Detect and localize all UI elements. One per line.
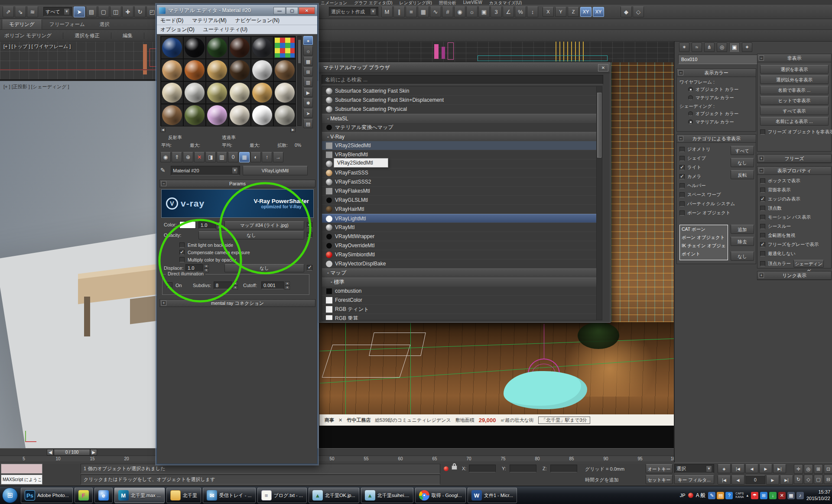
chevron-down-icon[interactable]: ▼: [64, 8, 70, 15]
window-titlebar[interactable]: マテリアル エディタ - Material #20 — ▢ ✕: [157, 5, 317, 16]
make-preview-icon[interactable]: ▶: [303, 88, 313, 97]
checkbox[interactable]: [760, 224, 765, 229]
list-button[interactable]: 除去: [731, 237, 754, 246]
select-by-name-icon[interactable]: ▤: [86, 6, 97, 17]
checkbox-row[interactable]: 全範囲を無視: [757, 231, 831, 240]
browser-item[interactable]: Subsurface Scattering Physical: [322, 105, 597, 114]
zoom-icon[interactable]: ◎: [804, 464, 813, 474]
auto-key-button[interactable]: オートキー: [646, 464, 673, 473]
light-color-swatch[interactable]: [179, 221, 196, 229]
frame-tick[interactable]: 80: [531, 456, 543, 461]
pan-icon[interactable]: ✛: [794, 464, 803, 474]
select-and-rotate-icon[interactable]: ↻: [134, 6, 146, 17]
bone-category-list[interactable]: CAT ボーンボーン オブジェクトIK チェイン オブジェポイント: [679, 225, 728, 260]
render-production-icon[interactable]: ◆: [621, 6, 632, 17]
checkbox-row[interactable]: ヘルパー: [677, 181, 756, 190]
hide-button[interactable]: 名前で非表示 ...: [760, 86, 829, 94]
selection-filter-dropdown[interactable]: すべて▼: [43, 7, 72, 16]
options-icon[interactable]: ✱: [303, 98, 313, 107]
put-to-library-icon[interactable]: ▥: [217, 152, 227, 162]
browser-item[interactable]: combustion: [322, 287, 597, 296]
go-to-parent-icon[interactable]: ↑: [262, 152, 272, 162]
material-sample[interactable]: [251, 104, 273, 126]
radio-row[interactable]: オブジェクト カラー: [677, 85, 756, 94]
taskbar-chrome[interactable]: 取得 - Googl...: [415, 488, 466, 503]
editor-menu-item[interactable]: ユーティリティ(U): [203, 26, 247, 33]
frame-tick[interactable]: 90: [600, 456, 612, 461]
frame-tick[interactable]: 65: [429, 456, 441, 461]
tab-motion[interactable]: ◎: [717, 42, 727, 52]
hide-button[interactable]: すべて表示: [760, 107, 829, 115]
material-sample[interactable]: [228, 59, 251, 81]
key-filters-button[interactable]: キー フィルタ...: [674, 475, 714, 484]
viewport-main-label[interactable]: [+ ] [正投影 ] [シェーディング ]: [3, 84, 69, 90]
viewport-top-label[interactable]: [+ ] [トップ ] [ ワイヤフレーム ]: [3, 43, 71, 50]
ribbon-group[interactable]: 選択を修正: [75, 32, 111, 39]
key-mode-icon[interactable]: ◈: [718, 464, 731, 473]
rendered-frame-icon[interactable]: ▣: [478, 6, 490, 17]
selected-object-highlight[interactable]: [504, 371, 587, 409]
browser-item[interactable]: VRayLightMtl: [322, 214, 597, 223]
menu-item[interactable]: カスタマイズ(U): [489, 0, 522, 5]
color-multiplier-field[interactable]: 1.0: [198, 221, 216, 229]
material-sample[interactable]: [161, 104, 183, 126]
category-button[interactable]: すべて: [731, 146, 754, 155]
ime-dictionary-icon[interactable]: ▤: [717, 492, 724, 499]
material-sample[interactable]: [206, 36, 228, 59]
spinner-snap-icon[interactable]: ↕: [527, 6, 538, 17]
menu-item[interactable]: LiveVIEW: [463, 0, 482, 5]
material-sample[interactable]: [183, 59, 206, 81]
browser-item[interactable]: VRayVectorDisplBake: [322, 259, 597, 268]
taskbar-photoshop[interactable]: PsAdobe Photo...: [21, 488, 73, 503]
browser-section-header[interactable]: - 標準: [322, 278, 597, 287]
hide-button[interactable]: 選択以外を非表示: [760, 75, 829, 84]
min-toggle-icon[interactable]: ⊟: [824, 475, 832, 484]
browser-section-header[interactable]: - V-Ray: [322, 132, 597, 141]
checkbox-row[interactable]: パーティクル システム: [677, 199, 756, 208]
frame-tick[interactable]: 100: [668, 456, 674, 461]
taskbar-3dsmax[interactable]: M北千里.max ...: [114, 488, 165, 503]
category-button[interactable]: なし: [731, 158, 754, 167]
browser-item[interactable]: VRayFastSSS2: [322, 178, 597, 187]
list-item[interactable]: ポイント: [680, 250, 728, 258]
tab-utilities[interactable]: ✦: [742, 42, 752, 52]
radio-button[interactable]: [688, 95, 693, 100]
material-id-icon[interactable]: 0: [228, 152, 238, 162]
checkbox[interactable]: [679, 210, 685, 216]
on-checkbox[interactable]: [167, 282, 172, 288]
browser-item[interactable]: Subsurface Scattering Fast Skin: [322, 87, 597, 96]
fov-icon[interactable]: ◇: [804, 475, 813, 484]
time-slider[interactable]: ◀ 0 / 100 ▶: [0, 448, 674, 456]
radio-button[interactable]: [688, 87, 693, 92]
taskbar-ie[interactable]: e: [94, 488, 113, 503]
subdivs-field[interactable]: 8: [214, 281, 232, 289]
background-icon[interactable]: ▩: [303, 57, 313, 66]
browser-item[interactable]: Subsurface Scattering Fast Skin+Displace…: [322, 96, 597, 105]
radio-button[interactable]: [688, 111, 693, 116]
ribbon-tab[interactable]: モデリング: [2, 19, 42, 29]
browser-item[interactable]: VRayGLSLMtl: [322, 196, 597, 205]
browser-item[interactable]: VRayFlakesMtl: [322, 187, 597, 196]
pick-material-icon[interactable]: ✎: [160, 167, 169, 175]
frame-tick[interactable]: 60: [394, 456, 406, 461]
list-button[interactable]: 追加: [731, 225, 754, 234]
select-and-move-icon[interactable]: ✚: [122, 6, 133, 17]
frame-tick[interactable]: 15: [86, 456, 98, 461]
color-map-button[interactable]: マップ #34 (ライト.jpg): [224, 221, 304, 229]
color-map-checkbox[interactable]: [307, 222, 312, 228]
checkbox-row[interactable]: ボックスで表示: [757, 176, 831, 185]
snap-toggle-icon[interactable]: 3: [491, 6, 502, 17]
render-iterative-icon[interactable]: ◇: [633, 6, 644, 17]
checkbox[interactable]: [760, 129, 765, 135]
browser-item[interactable]: VRayFastSSS: [322, 168, 597, 178]
maxscript-mini-recorder[interactable]: [1, 464, 42, 474]
show-end-result-icon[interactable]: ◐: [250, 152, 261, 162]
schematic-view-icon[interactable]: #: [442, 6, 453, 17]
material-sample[interactable]: [273, 59, 296, 81]
ribbon-tab[interactable]: 選択: [92, 19, 117, 29]
material-sample[interactable]: [183, 104, 206, 126]
material-type-button[interactable]: VRayLightMtl: [243, 166, 308, 175]
window-crossing-icon[interactable]: ◫: [110, 6, 121, 17]
checkbox-row[interactable]: スペース ワープ: [677, 190, 756, 199]
ime-ball-icon[interactable]: [688, 493, 693, 498]
